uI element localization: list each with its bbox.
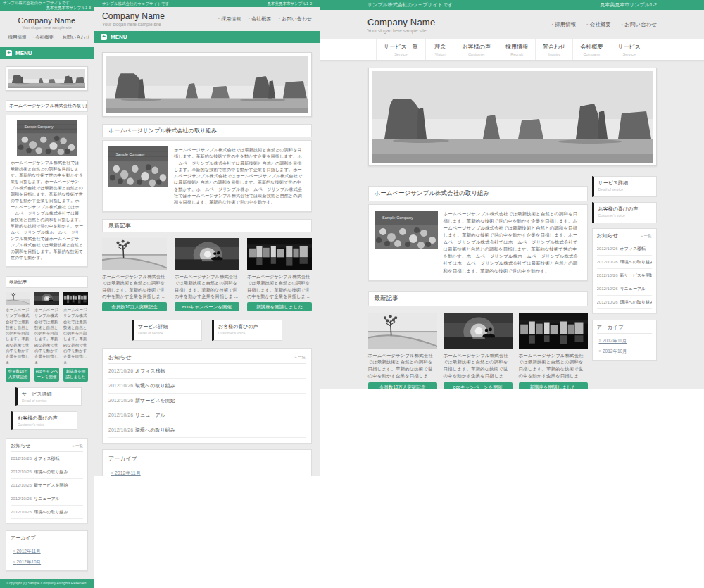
company-name[interactable]: Company Name — [1, 16, 92, 25]
notice-item[interactable]: 2012/10/26リニューアル — [11, 492, 83, 506]
notice-item[interactable]: 2012/10/26環境への取り組み — [597, 256, 652, 269]
card-button-eco[interactable]: ecoキャンペーンを開催 — [444, 382, 513, 389]
header-link-company[interactable]: 会社概要 — [30, 35, 54, 41]
card-text: ホームページサンプル株式会社では最新技術と自然との調和を目指します。革新的な技術… — [175, 273, 239, 300]
sidebar: サービス詳細 Detail of service お客様の喜びの声 Custom… — [592, 176, 657, 361]
card-button-members[interactable]: 会員数10万人突破記念 — [6, 368, 30, 382]
brand[interactable]: Company Name Your slogan here sample sit… — [1, 16, 92, 30]
notice-title: お知らせ — [11, 442, 31, 449]
notice-label: 環境への取り組み — [620, 300, 652, 304]
news-card: ホームページサンプル株式会社では最新技術と自然との調和を目指します。革新的な技術… — [34, 292, 59, 382]
menu-toggle-icon — [101, 34, 107, 40]
menu-toggle-icon — [6, 50, 12, 56]
notice-item[interactable]: 2012/10/26環境への取り組み — [11, 506, 83, 519]
banner-service-detail[interactable]: サービス詳細 Detail of service — [592, 176, 657, 197]
notice-item[interactable]: 2012/10/26環境への取り組み — [108, 379, 306, 394]
nav-item-recruit[interactable]: 採用情報 Recruit — [498, 39, 535, 60]
site-header: Company Name Your slogan here sample sit… — [94, 7, 320, 31]
notice-item[interactable]: 2012/10/26オフィス移転 — [108, 364, 306, 379]
notice-more-link[interactable]: 一覧 — [72, 444, 83, 449]
header-link-recruit[interactable]: 採用情報 — [550, 21, 577, 28]
banner-row: サービス詳細 Detail of service お客様の喜びの声 Custom… — [102, 320, 312, 341]
card-text: ホームページサンプル株式会社では最新技術と自然との調和を目指します。革新的な技術… — [34, 307, 59, 365]
couple-sunset-image — [444, 313, 513, 349]
header-link-recruit[interactable]: 採用情報 — [216, 15, 241, 23]
archive-box: アーカイブ 2012年11月 2012年10月 — [592, 320, 657, 361]
nav-item-inquiry[interactable]: 問合わせ Inquiry — [535, 39, 572, 60]
banner-sub: Customer's voice — [218, 331, 277, 335]
notice-date: 2012/10/26 — [597, 287, 618, 291]
notice-label: 環境への取り組み — [620, 260, 652, 264]
banner-service-detail[interactable]: サービス詳細 Detail of service — [15, 387, 82, 406]
nav-item-customer-voice[interactable]: お客様の声 Customer — [455, 39, 498, 60]
company-name[interactable]: Company Name — [367, 17, 435, 27]
topbar: サンプル株式会社のウェブサイトです 見本美見本市サンプル1-3 — [0, 0, 94, 11]
notice-date: 2012/10/26 — [597, 300, 618, 304]
archive-link[interactable]: 2012年11月 — [111, 470, 306, 476]
header-link-company[interactable]: 会社概要 — [584, 21, 611, 28]
header-link-contact[interactable]: お問い合わせ — [620, 21, 657, 28]
notice-item[interactable]: 2012/10/26リニューアル — [108, 408, 306, 423]
card-button-members[interactable]: 会員数10万人突破記念 — [102, 302, 167, 311]
header-links: 採用情報 会社概要 お問い合わせ — [550, 21, 657, 28]
archive-link[interactable]: 2012年11月 — [599, 338, 652, 344]
notice-item[interactable]: 2012/10/26環境への取り組み — [108, 423, 306, 438]
header-link-company[interactable]: 会社概要 — [246, 15, 271, 23]
header-link-contact[interactable]: お問い合わせ — [58, 35, 90, 41]
banner-sub: Detail of service — [138, 331, 197, 335]
notice-item[interactable]: 2012/10/26オフィス移転 — [597, 242, 652, 256]
topbar-right-text: 見本美見本市サンプル1-3 — [3, 6, 91, 11]
header-link-recruit[interactable]: 採用情報 — [4, 35, 27, 41]
menu-bar[interactable]: MENU — [0, 47, 94, 59]
card-text: ホームページサンプル株式会社では最新技術と自然との調和を目指します。革新的な技術… — [444, 352, 513, 380]
banner-customer-voice[interactable]: お客様の喜びの声 Customer's voice — [592, 202, 657, 223]
notice-item[interactable]: 2012/10/26新サービスを開始 — [11, 479, 83, 492]
notice-date: 2012/10/26 — [11, 510, 32, 514]
header-link-contact[interactable]: お問い合わせ — [277, 15, 312, 23]
card-text: ホームページサンプル株式会社では最新技術と自然との調和を目指します。革新的な技術… — [368, 352, 437, 380]
notice-more-link[interactable]: 一覧 — [641, 234, 652, 239]
news-cards: ホームページサンプル株式会社では最新技術と自然との調和を目指します。革新的な技術… — [6, 292, 88, 382]
banner-customer-voice[interactable]: お客様の喜びの声 Customer's voice — [11, 411, 77, 430]
main-column: ホームページサンプル株式会社の取り組み ホームページサンプル株式会社では最新技術… — [368, 176, 588, 389]
archive-box: アーカイブ 2012年11月 2012年10月 — [102, 449, 312, 476]
menu-bar[interactable]: MENU — [94, 31, 320, 43]
archive-link[interactable]: 2012年10月 — [13, 559, 83, 565]
nav-item-service[interactable]: サービス Service — [610, 39, 648, 60]
notice-date: 2012/10/26 — [597, 246, 618, 251]
mobile-viewport: サンプル株式会社のウェブサイトです 見本美見本市サンプル1-3 Company … — [0, 0, 94, 588]
card-button-members[interactable]: 会員数10万人突破記念 — [368, 382, 437, 389]
banner-service-detail[interactable]: サービス詳細 Detail of service — [132, 320, 202, 341]
notice-more-link[interactable]: 一覧 — [294, 355, 306, 360]
notice-item[interactable]: 2012/10/26新サービスを開始 — [108, 394, 306, 408]
card-text: ホームページサンプル株式会社では最新技術と自然との調和を目指します。革新的な技術… — [247, 273, 312, 300]
notice-date: 2012/10/26 — [11, 470, 32, 474]
company-name[interactable]: Company Name — [102, 11, 165, 21]
card-button-eco[interactable]: ecoキャンペーンを開催 — [34, 368, 59, 382]
notice-label: 環境への取り組み — [135, 427, 175, 432]
nav-item-company[interactable]: 会社概要 Company — [572, 39, 610, 60]
card-button-course[interactable]: 新講座を開講しました — [519, 382, 588, 389]
banner-customer-voice[interactable]: お客様の喜びの声 Customer's voice — [212, 320, 282, 341]
archive-link[interactable]: 2012年10月 — [599, 349, 652, 355]
notice-label: オフィス移転 — [135, 368, 165, 373]
notice-item[interactable]: 2012/10/26環境への取り組み — [11, 465, 83, 479]
card-button-course[interactable]: 新講座を開講しました — [63, 368, 88, 382]
card-button-eco[interactable]: ecoキャンペーンを開催 — [175, 302, 239, 311]
nav-item-service-list[interactable]: サービス一覧 Service — [376, 39, 425, 60]
brand[interactable]: Company Name Your slogan here sample sit… — [367, 17, 435, 33]
archive-link[interactable]: 2012年11月 — [13, 549, 83, 555]
copyright-bar: Copyright (c) Sample Company All rights … — [0, 579, 94, 588]
notice-item[interactable]: 2012/10/26新サービスを開始 — [597, 269, 652, 282]
card-button-course[interactable]: 新講座を開講しました — [247, 302, 312, 311]
notice-item[interactable]: 2012/10/26環境への取り組み — [597, 296, 652, 309]
brand[interactable]: Company Name Your slogan here sample sit… — [102, 11, 165, 27]
notice-item[interactable]: 2012/10/26オフィス移転 — [11, 452, 83, 465]
section-title-initiatives: ホームページサンプル株式会社の取り組み — [368, 186, 588, 201]
couple-sunset-image — [175, 238, 239, 270]
menu-label: MENU — [15, 50, 32, 56]
nav-sublabel: Company — [580, 52, 603, 56]
notice-item[interactable]: 2012/10/26リニューアル — [597, 282, 652, 296]
card-text: ホームページサンプル株式会社では最新技術と自然との調和を目指します。革新的な技術… — [63, 307, 88, 365]
nav-item-vision[interactable]: 理念 Vision — [425, 39, 455, 60]
